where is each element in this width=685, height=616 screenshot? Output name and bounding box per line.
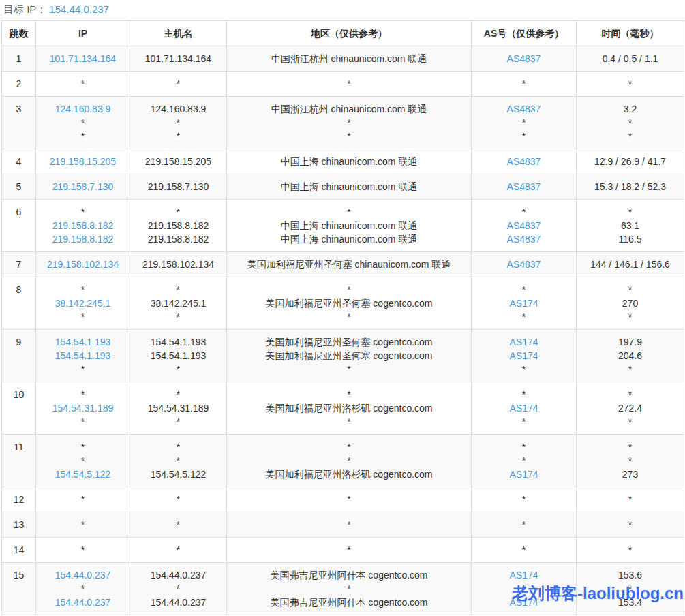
- ip-link[interactable]: 219.158.8.182: [52, 220, 114, 231]
- ip-link[interactable]: 154.44.0.237: [55, 597, 111, 608]
- asn-cell: AS4837: [472, 149, 577, 174]
- host-cell: *: [130, 72, 227, 97]
- region-cell: 美国加利福尼亚州圣何塞 chinaunicom.com 联通: [227, 252, 472, 277]
- cell-line: 中国浙江杭州 chinaunicom.com 联通: [230, 52, 468, 65]
- ip-link[interactable]: 124.160.83.9: [55, 104, 111, 114]
- cell-line: *: [133, 116, 224, 129]
- asn-link[interactable]: AS4837: [507, 156, 541, 167]
- ip-link[interactable]: 154.54.1.193: [55, 350, 111, 361]
- cell-line: 15.3 / 18.2 / 52.3: [579, 180, 681, 194]
- cell-line: 38.142.245.1: [39, 296, 127, 310]
- cell-line: 154.54.1.193: [133, 335, 224, 349]
- ip-cell: 101.71.134.164: [36, 46, 130, 72]
- asn-link[interactable]: AS4837: [507, 53, 541, 64]
- cell-line: 197.9: [579, 335, 681, 349]
- asn-link[interactable]: AS174: [509, 570, 538, 581]
- cell-line: 中国浙江杭州 chinaunicom.com 联通: [230, 102, 468, 116]
- hop-cell: 6: [2, 200, 36, 252]
- cell-line: 219.158.7.130: [39, 180, 127, 194]
- table-row: 11**154.54.5.122**154.54.5.122**美国加利福尼亚州…: [2, 435, 684, 487]
- cell-line: 219.158.102.134: [39, 258, 127, 271]
- ip-link[interactable]: 219.158.102.134: [47, 259, 119, 270]
- table-row: 7219.158.102.134219.158.102.134美国加利福尼亚州圣…: [2, 252, 684, 277]
- asn-link[interactable]: AS4837: [507, 259, 541, 270]
- asn-link[interactable]: AS4837: [507, 181, 541, 192]
- cell-line: 219.158.102.134: [133, 258, 224, 271]
- target-ip-value[interactable]: 154.44.0.237: [49, 3, 109, 15]
- cell-line: AS4837: [474, 52, 573, 65]
- region-cell: *: [227, 538, 472, 563]
- asn-link[interactable]: AS4837: [507, 104, 541, 114]
- cell-line: *: [579, 388, 681, 401]
- table-row: 4219.158.15.205219.158.15.205中国上海 chinau…: [2, 149, 684, 174]
- asn-cell: *: [472, 487, 577, 512]
- col-header-asn: AS号（仅供参考）: [472, 21, 577, 46]
- cell-line: *: [230, 415, 468, 429]
- table-row: 13*****: [2, 512, 684, 538]
- hop-cell: 3: [2, 97, 36, 149]
- table-row: 14*****: [2, 538, 684, 563]
- cell-line: *: [474, 518, 573, 532]
- cell-line: *: [39, 363, 127, 376]
- cell-line: 144 / 146.1 / 156.6: [579, 258, 681, 271]
- asn-link[interactable]: AS4837: [507, 220, 541, 231]
- host-cell: *: [130, 538, 227, 563]
- ip-link[interactable]: 154.54.31.189: [52, 403, 114, 414]
- asn-link[interactable]: AS174: [509, 350, 538, 361]
- cell-line: *: [230, 116, 468, 129]
- cell-line: *: [230, 310, 468, 324]
- cell-line: 154.44.0.237: [133, 596, 224, 609]
- time-cell: 0.4 / 0.5 / 1.1: [577, 46, 684, 72]
- region-cell: 中国上海 chinaunicom.com 联通: [227, 149, 472, 174]
- cell-line: *: [39, 129, 127, 143]
- cell-line: 154.44.0.237: [39, 596, 127, 609]
- cell-line: 154.44.0.237: [39, 568, 127, 582]
- cell-line: *: [579, 205, 681, 219]
- cell-line: *: [230, 388, 468, 401]
- asn-link[interactable]: AS174: [509, 298, 538, 309]
- col-header-time: 时间（毫秒）: [577, 21, 684, 46]
- ip-link[interactable]: 154.54.1.193: [55, 337, 111, 348]
- cell-line: 219.158.8.182: [133, 232, 224, 246]
- asn-link[interactable]: AS174: [509, 337, 538, 348]
- asn-cell: *: [472, 538, 577, 563]
- cell-line: 154.54.5.122: [39, 467, 127, 481]
- host-cell: *219.158.8.182219.158.8.182: [130, 200, 227, 252]
- hop-cell: 9: [2, 330, 36, 382]
- time-cell: *270*: [577, 277, 684, 330]
- asn-link[interactable]: AS4837: [507, 234, 541, 245]
- time-cell: *: [577, 538, 684, 563]
- asn-link[interactable]: AS174: [509, 403, 538, 414]
- hop-cell: 7: [2, 252, 36, 277]
- asn-link[interactable]: AS174: [509, 469, 538, 480]
- cell-line: AS174: [474, 335, 573, 349]
- ip-link[interactable]: 101.71.134.164: [50, 53, 116, 64]
- region-cell: *美国加利福尼亚州洛杉矶 cogentco.com*: [227, 382, 472, 435]
- col-header-hostname: 主机名: [130, 21, 227, 46]
- ip-cell: *38.142.245.1*: [36, 277, 130, 330]
- cell-line: *: [230, 283, 468, 296]
- cell-line: *: [474, 116, 573, 129]
- ip-link[interactable]: 219.158.15.205: [50, 156, 116, 167]
- cell-line: *: [133, 493, 224, 506]
- host-cell: 101.71.134.164: [130, 46, 227, 72]
- cell-line: 美国加利福尼亚州圣何塞 cogentco.com: [230, 296, 468, 310]
- cell-line: *: [474, 129, 573, 143]
- region-cell: *: [227, 512, 472, 538]
- host-cell: **154.54.5.122: [130, 435, 227, 487]
- cell-line: *: [133, 415, 224, 429]
- cell-line: *: [133, 582, 224, 596]
- ip-link[interactable]: 219.158.7.130: [52, 181, 114, 192]
- hop-cell: 4: [2, 149, 36, 174]
- asn-link[interactable]: AS174: [509, 597, 538, 608]
- cell-line: 219.158.15.205: [133, 155, 224, 168]
- ip-link[interactable]: 38.142.245.1: [55, 298, 111, 309]
- ip-link[interactable]: 154.44.0.237: [55, 570, 111, 581]
- ip-link[interactable]: 219.158.8.182: [52, 234, 114, 245]
- trace-table-body: 1101.71.134.164101.71.134.164中国浙江杭州 chin…: [2, 46, 684, 615]
- region-cell: *中国上海 chinaunicom.com 联通中国上海 chinaunicom…: [227, 200, 472, 252]
- table-row: 10*154.54.31.189**154.54.31.189**美国加利福尼亚…: [2, 382, 684, 435]
- cell-line: *: [133, 518, 224, 532]
- cell-line: *: [230, 582, 468, 596]
- ip-link[interactable]: 154.54.5.122: [55, 469, 111, 480]
